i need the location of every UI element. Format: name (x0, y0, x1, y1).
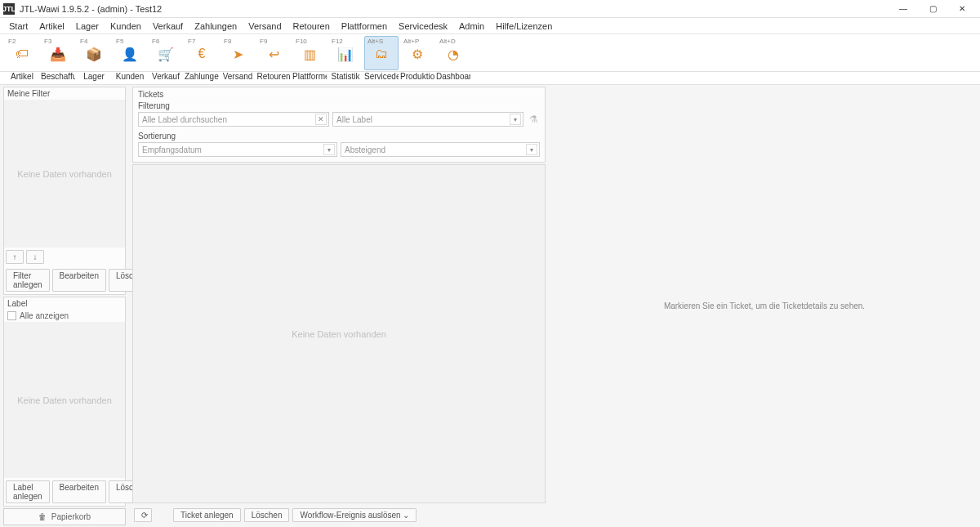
delete-ticket-button[interactable]: Löschen (244, 508, 290, 522)
create-filter-button[interactable]: Filter anlegen (6, 269, 50, 292)
workflow-button[interactable]: Workflow-Ereignis auslösen ⌄ (292, 508, 416, 522)
toolbar-label-produktion: Produktion (400, 72, 434, 84)
tickets-group: Tickets Filterung Alle Label durchsuchen… (132, 87, 546, 163)
filter-down-button[interactable]: ↓ (26, 250, 44, 264)
toolbar-label-versand: Versand (220, 72, 255, 84)
close-button[interactable]: ✕ (947, 1, 977, 17)
toolbar-lager[interactable]: F4📦 (77, 36, 111, 70)
menu-zahlungen[interactable]: Zahlungen (189, 20, 243, 33)
menu-lager[interactable]: Lager (70, 20, 105, 33)
toolbar-label-kunden: Kunden (113, 72, 147, 84)
edit-filter-button[interactable]: Bearbeiten (52, 269, 106, 292)
sort-field-value: Empfangsdatum (142, 145, 202, 154)
create-label-button[interactable]: Label anlegen (6, 480, 50, 503)
retouren-icon: ↩ (269, 47, 279, 62)
menu-start[interactable]: Start (3, 20, 33, 33)
tickets-title: Tickets (138, 90, 540, 99)
toolbar-kunden[interactable]: F5👤 (113, 36, 147, 70)
toolbar-label-statistik: Statistik (328, 72, 363, 84)
lager-icon: 📦 (86, 47, 102, 62)
toolbar-label-retouren: Retouren (256, 72, 291, 84)
refresh-button[interactable]: ⟳ (134, 508, 152, 522)
labels-empty: Keine Daten vorhanden (4, 322, 125, 478)
toolbar-produktion[interactable]: Alt+P⚙ (400, 36, 434, 70)
menu-plattformen[interactable]: Plattformen (336, 20, 393, 33)
sort-direction-dropdown[interactable]: Absteigend ▾ (341, 142, 540, 157)
chevron-down-icon: ▾ (323, 144, 335, 155)
search-placeholder: Alle Label durchsuchen (142, 115, 227, 124)
kunden-icon: 👤 (122, 47, 138, 62)
toolbar-label-plattformen: Plattformen (292, 72, 327, 84)
filter-up-button[interactable]: ↑ (6, 250, 24, 264)
toolbar-dashboard[interactable]: Alt+D◔ (436, 36, 470, 70)
menu-servicedesk[interactable]: Servicedesk (393, 20, 453, 33)
menu-retouren[interactable]: Retouren (287, 20, 336, 33)
dashboard-icon: ◔ (448, 47, 459, 62)
edit-label-button[interactable]: Bearbeiten (52, 480, 106, 503)
toolbar-label-verkauf: Verkauf (149, 72, 183, 84)
create-ticket-button[interactable]: Ticket anlegen (173, 508, 241, 522)
ticket-list: Keine Daten vorhanden (132, 164, 546, 503)
trash-button[interactable]: 🗑 Papierkorb (3, 508, 126, 525)
zahlungen-icon: € (198, 47, 206, 61)
verkauf-icon: 🛒 (158, 47, 174, 62)
toolbar-artikel[interactable]: F2🏷 (5, 36, 39, 70)
maximize-button[interactable]: ▢ (918, 1, 947, 17)
sort-section-title: Sortierung (138, 132, 540, 141)
menu-kunden[interactable]: Kunden (105, 20, 147, 33)
statistik-icon: 📊 (337, 47, 354, 62)
toolbar-retouren[interactable]: F9↩ (256, 36, 291, 70)
ticket-list-empty: Keine Daten vorhanden (133, 165, 545, 502)
my-filters-panel: Meine Filter Keine Daten vorhanden ↑ ↓ F… (3, 87, 126, 295)
minimize-button[interactable]: — (889, 1, 918, 17)
chevron-down-icon: ▾ (526, 144, 537, 155)
label-dropdown[interactable]: Alle Label ▾ (332, 112, 523, 127)
toolbar-labels: ArtikelBeschaffungLagerKundenVerkaufZahl… (0, 72, 980, 85)
details-hint: Markieren Sie ein Ticket, um die Ticketd… (664, 301, 865, 310)
produktion-icon: ⚙ (412, 47, 423, 62)
toolbar-zahlungen[interactable]: F7€ (185, 36, 219, 70)
artikel-icon: 🏷 (16, 47, 29, 61)
trash-icon: 🗑 (38, 512, 47, 521)
toolbar: F2🏷F3📥F4📦F5👤F6🛒F7€F8➤F9↩F10▥F12📊Alt+S🗂Al… (0, 34, 980, 72)
app-icon: JTL (3, 3, 15, 15)
toolbar-plattformen[interactable]: F10▥ (292, 36, 327, 70)
titlebar: JTL JTL-Wawi 1.9.5.2 - (admin) - Test12 … (0, 0, 980, 18)
toolbar-versand[interactable]: F8➤ (220, 36, 255, 70)
menu-admin[interactable]: Admin (453, 20, 490, 33)
toolbar-servicedesk[interactable]: Alt+S🗂 (364, 36, 399, 70)
details-pane: Markieren Sie ein Ticket, um die Ticketd… (549, 85, 980, 527)
beschaffung-icon: 📥 (50, 47, 66, 62)
show-all-checkbox[interactable]: Alle anzeigen (4, 310, 125, 322)
label-search-input[interactable]: Alle Label durchsuchen ✕ (138, 112, 329, 127)
menu-artikel[interactable]: Artikel (33, 20, 70, 33)
toolbar-label-artikel: Artikel (5, 72, 39, 84)
menu-hilfelizenzen[interactable]: Hilfe/Lizenzen (490, 20, 558, 33)
toolbar-label-servicedesk: Servicedesk (364, 72, 399, 84)
versand-icon: ➤ (233, 47, 243, 62)
filter-icon[interactable]: ⚗ (527, 112, 540, 127)
menu-verkauf[interactable]: Verkauf (147, 20, 189, 33)
toolbar-label-lager: Lager (77, 72, 111, 84)
menu-versand[interactable]: Versand (243, 20, 287, 33)
sort-direction-value: Absteigend (345, 145, 385, 154)
servicedesk-icon: 🗂 (375, 47, 388, 61)
menubar: StartArtikelLagerKundenVerkaufZahlungenV… (0, 18, 980, 34)
toolbar-beschaffung[interactable]: F3📥 (41, 36, 75, 70)
toolbar-statistik[interactable]: F12📊 (328, 36, 363, 70)
labels-panel: Label Alle anzeigen Keine Daten vorhande… (3, 297, 126, 507)
toolbar-verkauf[interactable]: F6🛒 (149, 36, 183, 70)
ticket-actions: ⟳ Ticket anlegen Löschen Workflow-Ereign… (132, 505, 546, 525)
labels-title: Label (4, 297, 125, 310)
label-dropdown-value: Alle Label (336, 115, 372, 124)
show-all-label: Alle anzeigen (20, 311, 69, 320)
my-filters-title: Meine Filter (4, 87, 125, 100)
left-column: Meine Filter Keine Daten vorhanden ↑ ↓ F… (0, 85, 129, 527)
toolbar-label-beschaffung: Beschaffung (41, 72, 75, 84)
clear-search-icon[interactable]: ✕ (315, 114, 327, 125)
filter-section-title: Filterung (138, 101, 540, 110)
toolbar-label-zahlungen: Zahlungen (185, 72, 219, 84)
sort-field-dropdown[interactable]: Empfangsdatum ▾ (138, 142, 337, 157)
chevron-down-icon: ▾ (510, 114, 521, 125)
toolbar-label-dashboard: Dashboard (436, 72, 470, 84)
